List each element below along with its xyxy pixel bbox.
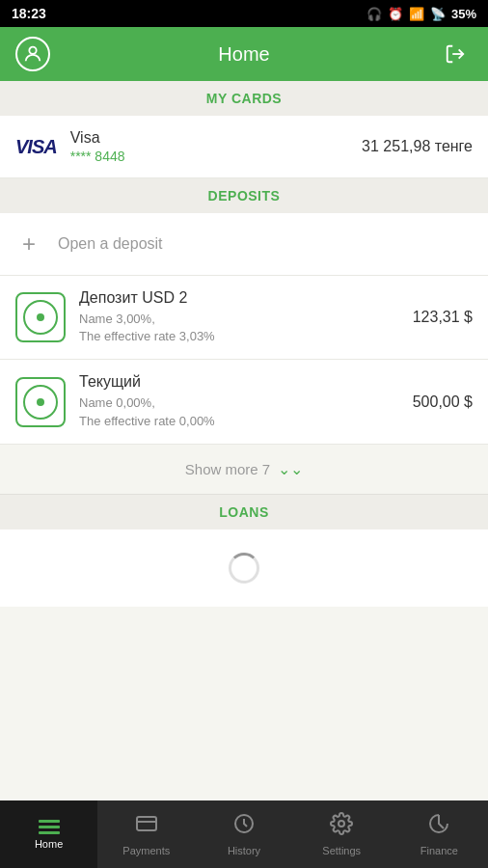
deposit-desc-2: Name 0,00%,The effective rate 0,00% — [79, 394, 215, 429]
svg-rect-2 — [137, 817, 156, 830]
deposit-name-1: Депозит USD 2 — [79, 289, 215, 307]
nav-finance-label: Finance — [420, 845, 458, 856]
card-balance: 31 251,98 тенге — [362, 138, 473, 155]
deposit-desc-1: Name 3,00%,The effective rate 3,03% — [79, 311, 215, 345]
signal-icon: 📡 — [430, 7, 446, 21]
spinner — [229, 553, 259, 583]
show-more-label: Show more 7 — [185, 461, 270, 477]
nav-history[interactable]: History — [195, 800, 292, 868]
settings-icon — [330, 812, 353, 841]
nav-home-label: Home — [35, 838, 63, 850]
nav-history-label: History — [228, 845, 260, 856]
payments-icon — [135, 812, 158, 841]
profile-button[interactable] — [15, 37, 50, 71]
deposit-amount-2: 500,00 $ — [413, 393, 473, 411]
nav-payments[interactable]: Payments — [97, 800, 195, 868]
battery-icon: 35% — [451, 7, 476, 21]
my-cards-section-header: MY CARDS — [0, 81, 488, 116]
nav-settings[interactable]: Settings — [293, 800, 391, 868]
deposit-item-1[interactable]: Депозит USD 2 Name 3,00%,The effective r… — [0, 276, 488, 360]
header: Home — [0, 27, 488, 81]
history-icon — [232, 812, 256, 841]
card-item[interactable]: VISA Visa **** 8448 31 251,98 тенге — [0, 116, 488, 178]
visa-logo: VISA — [15, 136, 57, 158]
show-more-button[interactable]: Show more 7 ⌄⌄ — [0, 445, 488, 495]
finance-icon — [427, 812, 450, 841]
status-icons: 🎧 ⏰ 📶 📡 35% — [366, 7, 476, 21]
card-name: Visa — [70, 129, 125, 147]
loading-indicator — [0, 529, 488, 607]
deposit-left-1: Депозит USD 2 Name 3,00%,The effective r… — [15, 289, 215, 345]
page-title: Home — [50, 43, 438, 66]
deposit-name-2: Текущий — [79, 373, 215, 391]
deposit-amount-1: 123,31 $ — [413, 309, 473, 326]
deposit-info-2: Текущий Name 0,00%,The effective rate 0,… — [79, 373, 215, 429]
card-number: **** 8448 — [70, 149, 125, 164]
safe-icon-1 — [15, 292, 66, 342]
home-icon — [39, 820, 60, 834]
card-left: VISA Visa **** 8448 — [15, 129, 125, 164]
main-content: MY CARDS VISA Visa **** 8448 31 251,98 т… — [0, 81, 488, 800]
alarm-icon: ⏰ — [388, 7, 403, 21]
nav-home[interactable]: Home — [0, 800, 97, 868]
nav-settings-label: Settings — [322, 845, 361, 856]
svg-point-0 — [29, 47, 36, 54]
svg-point-4 — [339, 821, 344, 827]
bottom-nav: Home Payments History Settings — [0, 800, 488, 868]
card-info: Visa **** 8448 — [70, 129, 125, 164]
headphone-icon: 🎧 — [366, 7, 382, 21]
deposits-section-header: DEPOSITS — [0, 178, 488, 213]
safe-icon-2 — [15, 377, 66, 427]
chevron-down-icon: ⌄⌄ — [278, 460, 303, 478]
status-time: 18:23 — [12, 6, 46, 21]
plus-icon: + — [15, 231, 42, 258]
loans-section-header: LOANS — [0, 495, 488, 529]
open-deposit-button[interactable]: + Open a deposit — [0, 213, 488, 276]
status-bar: 18:23 🎧 ⏰ 📶 📡 35% — [0, 0, 488, 27]
deposit-item-2[interactable]: Текущий Name 0,00%,The effective rate 0,… — [0, 360, 488, 444]
wifi-icon: 📶 — [409, 7, 424, 21]
nav-finance[interactable]: Finance — [391, 800, 488, 868]
deposit-left-2: Текущий Name 0,00%,The effective rate 0,… — [15, 373, 215, 429]
deposit-info-1: Депозит USD 2 Name 3,00%,The effective r… — [79, 289, 215, 345]
nav-payments-label: Payments — [122, 845, 170, 856]
logout-button[interactable] — [438, 37, 473, 71]
open-deposit-label: Open a deposit — [58, 235, 163, 253]
